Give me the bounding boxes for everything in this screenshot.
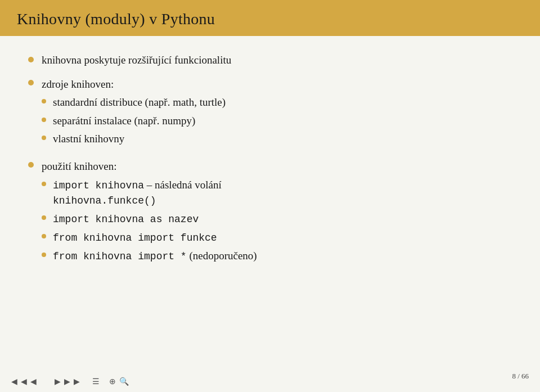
list-item: zdroje knihoven: standardní distribuce (…: [28, 76, 512, 150]
bullet-icon: [28, 80, 34, 85]
sub-item-text: import knihovna – následná volání: [53, 179, 222, 191]
footer: ◀ ◀ ◀ ▶ ▶ ▶ ☰ ⊕ 🔍 8 / 66: [0, 377, 540, 386]
code-text: from knihovna import funkce: [53, 232, 217, 244]
main-list: knihovna poskytuje rozšiřující funkciona…: [28, 53, 512, 268]
nav-controls[interactable]: ◀ ◀ ◀ ▶ ▶ ▶ ☰ ⊕ 🔍: [11, 377, 129, 386]
code-text: import knihovna as nazev: [53, 214, 199, 225]
sub-item-text: vlastní knihovny: [53, 132, 512, 147]
code-text: knihovna.funkce(): [53, 195, 156, 206]
item-text: zdroje knihoven:: [42, 78, 114, 90]
list-item: použití knihoven: import knihovna – násl…: [28, 158, 512, 268]
nav-right-icon[interactable]: ▶: [55, 377, 61, 386]
sub-bullet-icon: [42, 182, 46, 186]
sub-bullet-icon: [42, 118, 46, 122]
item-content: použití knihoven: import knihovna – násl…: [42, 158, 512, 268]
dash-text: – následná volání: [147, 179, 222, 191]
bullet-icon: [28, 162, 34, 168]
sub-item-text2: knihovna.funkce(): [53, 194, 156, 206]
code-text: import knihovna: [53, 180, 144, 191]
sub-item-content: import knihovna – následná volání knihov…: [53, 178, 512, 208]
list-item: vlastní knihovny: [42, 132, 512, 147]
page-title: Knihovny (moduly) v Pythonu: [17, 10, 215, 28]
sub-item-text: from knihovna import * (nedoporučeno): [53, 249, 512, 264]
nav-first-icon[interactable]: ◀: [11, 377, 17, 386]
list-item: from knihovna import * (nedoporučeno): [42, 249, 512, 264]
sub-list: import knihovna – následná volání knihov…: [42, 178, 512, 264]
list-item: import knihovna as nazev: [42, 211, 512, 227]
list-item: separátní instalace (např. numpy): [42, 114, 512, 129]
page-indicator: 8 / 66: [512, 372, 529, 381]
main-content: knihovna poskytuje rozšiřující funkciona…: [0, 36, 540, 287]
nav-right2-icon[interactable]: ▶: [64, 377, 70, 386]
header-bar: Knihovny (moduly) v Pythonu: [0, 0, 540, 36]
sub-list: standardní distribuce (např. math, turtl…: [42, 95, 512, 147]
zoom-icon[interactable]: ⊕: [109, 377, 116, 386]
sub-bullet-icon: [42, 136, 46, 140]
bullet-icon: [28, 57, 34, 62]
nav-left2-icon[interactable]: ◀: [30, 377, 37, 386]
item-text: použití knihoven:: [42, 160, 117, 172]
nav-last-icon[interactable]: ▶: [74, 377, 80, 386]
sub-bullet-icon: [42, 253, 46, 257]
nav-menu-icon[interactable]: ☰: [92, 377, 100, 386]
search-icon[interactable]: 🔍: [119, 377, 129, 386]
sub-bullet-icon: [42, 99, 46, 103]
sub-bullet-icon: [42, 215, 46, 220]
plain-text: (nedoporučeno): [187, 250, 257, 262]
item-text: knihovna poskytuje rozšiřující funkciona…: [42, 53, 512, 68]
sub-item-text: import knihovna as nazev: [53, 211, 512, 227]
item-content: zdroje knihoven: standardní distribuce (…: [42, 76, 512, 150]
code-text: from knihovna import *: [53, 251, 187, 262]
list-item: from knihovna import funkce: [42, 230, 512, 245]
sub-item-text: standardní distribuce (např. math, turtl…: [53, 95, 512, 110]
nav-left-icon[interactable]: ◀: [21, 377, 27, 386]
sub-item-text: separátní instalace (např. numpy): [53, 114, 512, 129]
sub-bullet-icon: [42, 234, 46, 238]
list-item: import knihovna – následná volání knihov…: [42, 178, 512, 208]
list-item: knihovna poskytuje rozšiřující funkciona…: [28, 53, 512, 68]
sub-item-text: from knihovna import funkce: [53, 230, 512, 245]
list-item: standardní distribuce (např. math, turtl…: [42, 95, 512, 110]
